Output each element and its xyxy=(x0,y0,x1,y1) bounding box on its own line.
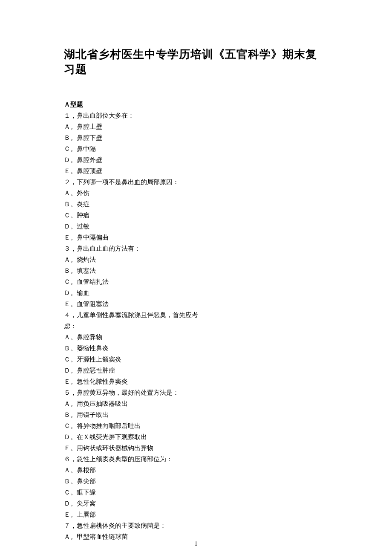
option: Ｂ。炎症 xyxy=(64,199,205,210)
question-stem: ３，鼻出血止血的方法有： xyxy=(64,243,205,254)
option: Ａ。烧灼法 xyxy=(64,254,205,265)
option: Ｅ。鼻腔顶壁 xyxy=(64,165,205,176)
option: Ｃ。肿瘤 xyxy=(64,210,205,221)
question-stem: ５，鼻腔黄豆异物，最好的处置方法是： xyxy=(64,387,205,398)
option: Ｂ。鼻腔下壁 xyxy=(64,132,205,143)
content-column: Ａ型题 １，鼻出血部位大多在： Ａ。鼻腔上壁 Ｂ。鼻腔下壁 Ｃ。鼻中隔 Ｄ。鼻腔… xyxy=(64,99,205,542)
option: Ｅ。血管阻塞法 xyxy=(64,298,205,309)
option: Ｃ。鼻中隔 xyxy=(64,143,205,154)
option: Ｃ。牙源性上颌窦炎 xyxy=(64,354,205,365)
option: Ａ。鼻腔上壁 xyxy=(64,121,205,132)
question-stem: １，鼻出血部位大多在： xyxy=(64,110,205,121)
question-stem: ６，急性上颌窦炎典型的压痛部位为： xyxy=(64,454,205,465)
option: Ｂ。填塞法 xyxy=(64,265,205,276)
option: Ａ。外伤 xyxy=(64,188,205,199)
option: Ｂ。萎缩性鼻炎 xyxy=(64,343,205,354)
option: Ａ。用负压抽吸器吸出 xyxy=(64,398,205,409)
option: Ａ。鼻根部 xyxy=(64,465,205,476)
option: Ｄ。鼻腔外壁 xyxy=(64,154,205,165)
option: Ｃ。眶下缘 xyxy=(64,487,205,498)
option: Ｅ。用钩状或环状器械钩出异物 xyxy=(64,442,205,454)
option: Ｂ。用镊子取出 xyxy=(64,409,205,420)
option: Ｄ。输血 xyxy=(64,287,205,298)
option: Ｃ。血管结扎法 xyxy=(64,276,205,287)
document-title: 湖北省乡村医生中专学历培训《五官科学》期末复习题 xyxy=(64,47,328,77)
option: Ｄ。在Ｘ线荧光屏下观察取出 xyxy=(64,431,205,442)
option: Ｃ。将异物推向咽部后吐出 xyxy=(64,420,205,431)
page-number: 1 xyxy=(0,541,392,547)
option: Ｅ。上唇部 xyxy=(64,509,205,520)
option: Ｅ。急性化脓性鼻窦炎 xyxy=(64,376,205,387)
option: Ｂ。鼻尖部 xyxy=(64,476,205,487)
question-stem: ４，儿童单侧性鼻塞流脓涕且伴恶臭，首先应考虑： xyxy=(64,309,205,332)
question-stem: ７，急性扁桃体炎的主要致病菌是： xyxy=(64,520,205,531)
document-page: 湖北省乡村医生中专学历培训《五官科学》期末复习题 Ａ型题 １，鼻出血部位大多在：… xyxy=(0,0,392,555)
option: Ｄ。鼻腔恶性肿瘤 xyxy=(64,365,205,376)
section-label: Ａ型题 xyxy=(64,99,205,110)
option: Ａ。鼻腔异物 xyxy=(64,332,205,343)
option: Ｄ。尖牙窝 xyxy=(64,498,205,509)
question-stem: ２，下列哪一项不是鼻出血的局部原因： xyxy=(64,176,205,188)
option: Ｄ。过敏 xyxy=(64,221,205,232)
option: Ｅ。鼻中隔偏曲 xyxy=(64,232,205,243)
